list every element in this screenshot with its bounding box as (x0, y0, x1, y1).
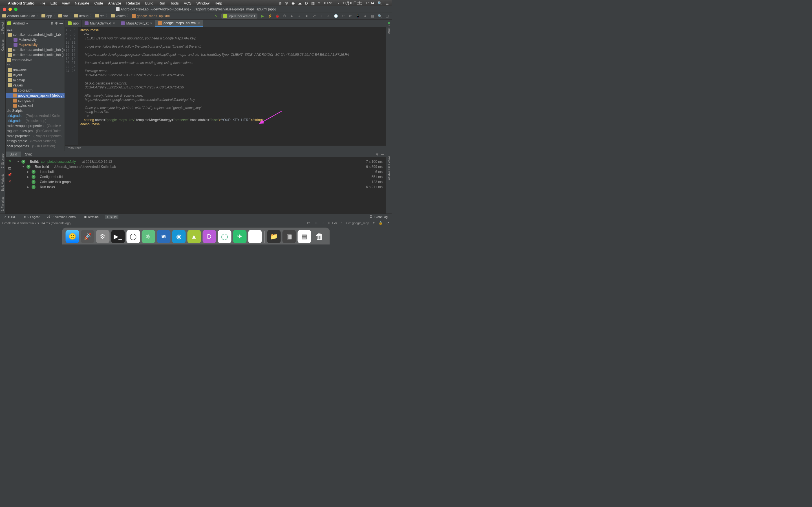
code-content[interactable]: <resources> <!-- TODO: Before you run yo… (78, 27, 386, 145)
app-menu[interactable]: Android Studio (8, 1, 35, 5)
run-configuration-select[interactable]: InputCheckerTest ▾ (221, 13, 257, 18)
git-branch-icon[interactable]: ⎇ (312, 14, 316, 18)
filter-icon[interactable]: ▤ (8, 166, 11, 170)
sdk-icon[interactable]: ⬇ (363, 14, 367, 18)
code-editor[interactable]: 1 2 3 4 5 6 7 8 9 10 11 12 13 14 15 16 1… (65, 27, 386, 145)
dock-chrome[interactable]: ◯ (126, 230, 140, 243)
dock-preview[interactable]: 🖼 (248, 230, 262, 243)
pin-icon[interactable]: 📌 (8, 173, 12, 177)
tool-build-variants[interactable]: Build Variants (1, 173, 4, 192)
menu-vcs[interactable]: VCS (184, 1, 192, 5)
inspection-indicator[interactable] (388, 22, 390, 24)
close-icon[interactable]: ✕ (150, 22, 152, 25)
gear-icon[interactable]: ✻ (55, 21, 58, 25)
close-icon[interactable]: ✕ (113, 22, 115, 25)
vcs-commit-icon[interactable]: ✓ (326, 14, 331, 18)
wifi-icon[interactable]: ⌔ (318, 1, 320, 5)
debug-button[interactable]: 🐞 (275, 14, 280, 18)
sync-icon[interactable]: ⟳ (348, 14, 353, 18)
dock-finder[interactable]: 🙂 (65, 230, 79, 243)
attach-icon[interactable]: ⬇ (290, 14, 294, 18)
status-line-ending[interactable]: LF (315, 221, 318, 225)
tool-event-log[interactable]: ☰ Event Log (368, 214, 389, 219)
menubar-time[interactable]: 16:14 (366, 1, 374, 5)
editor-tab-mainactivity[interactable]: MainActivity.kt✕ (82, 20, 118, 27)
zoom-window-button[interactable] (14, 8, 17, 11)
menu-icon[interactable]: ☰ (386, 1, 389, 5)
tray-icon[interactable]: ⎚ (279, 1, 282, 5)
chevron-down-icon[interactable]: ▾ (373, 221, 375, 225)
editor-tab-app[interactable]: app (65, 20, 82, 27)
search-icon[interactable]: 🔍 (377, 14, 382, 18)
vcs-history-icon[interactable]: 🕘 (334, 14, 338, 18)
run-button[interactable]: ▶ (260, 14, 265, 18)
avd-icon[interactable]: 📱 (356, 14, 360, 18)
gear-icon[interactable]: ✻ (376, 152, 378, 156)
build-tab-build[interactable]: Build (6, 152, 21, 157)
editor-breadcrumb[interactable]: resources (65, 145, 386, 151)
menu-tools[interactable]: Tools (170, 1, 179, 5)
tray-icon[interactable]: ⑩ (285, 1, 288, 5)
dock-app[interactable]: ◯ (218, 230, 231, 243)
dock-vscode[interactable]: ≋ (157, 230, 170, 243)
tool-todo[interactable]: ✓ TODO (2, 214, 18, 219)
breadcrumb[interactable]: res〉 (95, 13, 110, 18)
menu-navigate[interactable]: Navigate (75, 1, 89, 5)
breadcrumb[interactable]: src〉 (58, 13, 73, 18)
menu-edit[interactable]: Edit (50, 1, 57, 5)
status-encoding[interactable]: UTF-8 (328, 221, 337, 225)
profile-icon[interactable]: ◔ (387, 221, 389, 225)
dock-folder[interactable]: ▥ (282, 230, 296, 243)
tool-device-file-explorer[interactable]: Device File Explorer (388, 154, 391, 181)
tool-project[interactable]: 1: Project (1, 21, 4, 35)
menu-window[interactable]: Window (197, 1, 209, 5)
tool-structure[interactable]: 7: Structure (1, 152, 4, 169)
stop-button[interactable]: ■ (304, 14, 309, 18)
user-icon[interactable]: ▢ (385, 14, 389, 18)
minimize-window-button[interactable] (8, 8, 12, 11)
apply-changes-icon[interactable]: ⚡ (267, 14, 272, 18)
tray-icon[interactable]: ☁ (298, 1, 302, 5)
clear-icon[interactable]: ✕ (8, 179, 11, 183)
dock-app[interactable]: D (202, 230, 216, 243)
dock-app[interactable]: ✈ (233, 230, 246, 243)
tray-icon[interactable]: ▥ (311, 1, 315, 5)
editor-tab-google-maps-api[interactable]: google_maps_api.xml✕ (155, 20, 203, 27)
vcs-revert-icon[interactable]: ↶ (341, 14, 345, 18)
attach-debugger-icon[interactable]: ⤓ (297, 14, 301, 18)
menu-build[interactable]: Build (145, 1, 153, 5)
editor-tab-mapsactivity[interactable]: MapsActivity.kt✕ (118, 20, 155, 27)
collapse-icon[interactable]: ⇵ (50, 21, 53, 25)
structure-icon[interactable]: ▦ (370, 14, 375, 18)
dock-trash[interactable]: 🗑 (313, 230, 326, 243)
close-window-button[interactable] (3, 8, 6, 11)
dock-sourcetree[interactable]: ◉ (172, 230, 186, 243)
dock-launchpad[interactable]: 🚀 (81, 230, 94, 243)
tool-build[interactable]: ⎈ Build (105, 215, 118, 219)
menu-file[interactable]: File (40, 1, 45, 5)
project-view-selector[interactable]: Android ▾ ⇵ ✻ — (6, 20, 64, 27)
rerun-icon[interactable]: ↻ (8, 159, 11, 163)
dock-android-studio[interactable]: ▲ (187, 230, 201, 243)
menu-code[interactable]: Code (94, 1, 103, 5)
menubar-date[interactable]: 11月10日(土) (342, 1, 362, 6)
breadcrumb[interactable]: debug〉 (74, 13, 94, 18)
project-tree[interactable]: ava com.ikemura.android_kotlin_lab MainA… (6, 27, 64, 151)
build-tab-sync[interactable]: Sync (21, 152, 37, 157)
menu-refactor[interactable]: Refactor (126, 1, 140, 5)
tree-item-google-maps-api[interactable]: google_maps_api.xml (debug) (6, 93, 64, 98)
tool-terminal[interactable]: ▣ Terminal (82, 214, 101, 219)
profile-icon[interactable]: ⏱ (282, 14, 287, 18)
hide-icon[interactable]: — (381, 152, 384, 156)
dock-folder[interactable]: ▤ (297, 230, 311, 243)
tool-gradle[interactable]: Gradle (388, 24, 391, 35)
hide-icon[interactable]: — (59, 21, 63, 25)
status-git-branch[interactable]: Git: google_map (346, 221, 369, 225)
menu-help[interactable]: Help (214, 1, 222, 5)
vcs-update-icon[interactable]: ↓ (319, 14, 323, 18)
menu-view[interactable]: View (62, 1, 70, 5)
breadcrumb[interactable]: values〉 (111, 13, 131, 18)
tool-favorites[interactable]: 2: Favorites (1, 195, 4, 212)
dock-settings[interactable]: ⚙ (96, 230, 109, 243)
tool-captures[interactable]: Captures (1, 38, 4, 52)
